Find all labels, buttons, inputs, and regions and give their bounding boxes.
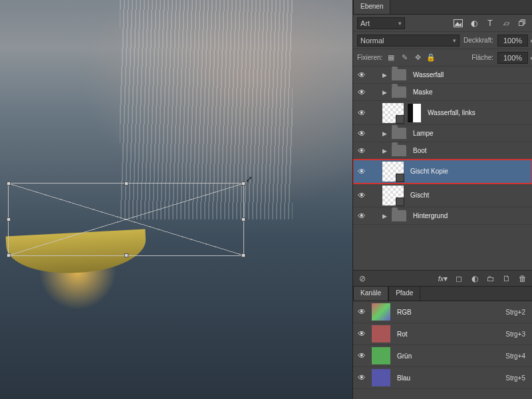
expand-icon[interactable]: ▶ (382, 89, 389, 96)
link-icon[interactable]: ⊘ (356, 273, 369, 284)
folder-icon (392, 69, 406, 80)
new-layer-icon[interactable]: 🗋 (500, 273, 513, 284)
handle-bottom-middle[interactable] (124, 253, 128, 257)
channel-name: Blau (394, 374, 501, 382)
visibility-icon[interactable]: 👁 (356, 373, 368, 382)
visibility-icon[interactable]: 👁 (356, 329, 368, 338)
visibility-icon[interactable]: 👁 (356, 167, 368, 176)
filter-image-icon[interactable] (452, 18, 464, 29)
visibility-icon[interactable]: 👁 (356, 351, 368, 360)
handle-top-left[interactable] (7, 182, 11, 186)
visibility-icon[interactable]: 👁 (356, 129, 368, 138)
layer-name: Lampe (409, 130, 529, 137)
lock-transparency-icon[interactable]: ▦ (386, 53, 396, 62)
fill-value: 100% (503, 54, 522, 62)
layer-gischt[interactable]: 👁 Gischt (353, 184, 532, 207)
channel-thumb (372, 303, 390, 321)
filter-kind-select[interactable]: Art (357, 17, 405, 29)
channel-rgb[interactable]: 👁 RGB Strg+2 (353, 301, 532, 323)
channels-tabs: Kanäle Pfade (353, 287, 532, 301)
tab-kanaele[interactable]: Kanäle (353, 286, 388, 301)
fill-input[interactable]: 100% (497, 52, 528, 64)
channel-shortcut: Strg+3 (505, 331, 529, 338)
filter-shape-icon[interactable]: ▱ (500, 18, 512, 29)
lock-row: Fixieren: ▦ ✎ ✥ 🔒 Fläche: 100% (353, 49, 532, 66)
layer-group-hintergrund[interactable]: 👁 ▶ Hintergrund (353, 207, 532, 225)
canvas[interactable]: ⤢ (0, 0, 352, 399)
channel-thumb (372, 325, 390, 342)
layers-footer: ⊘ fx▾ ◻ ◐ 🗀 🗋 🗑 (353, 270, 532, 286)
tab-pfade[interactable]: Pfade (388, 286, 420, 301)
channel-gruen[interactable]: 👁 Grün Strg+4 (353, 345, 532, 367)
layer-group-wasserfall[interactable]: 👁 ▶ Wasserfall (353, 66, 532, 84)
blend-row: Normal Deckkraft: 100% (353, 32, 532, 49)
filter-adjust-icon[interactable]: ◐ (468, 18, 480, 29)
visibility-icon[interactable]: 👁 (356, 146, 368, 156)
layer-group-maske[interactable]: 👁 ▶ Maske (353, 84, 532, 101)
delete-icon[interactable]: 🗑 (516, 273, 529, 284)
expand-icon[interactable]: ▶ (382, 130, 389, 137)
visibility-icon[interactable]: 👁 (356, 88, 368, 97)
handle-middle-right[interactable] (241, 217, 245, 221)
blend-mode-select[interactable]: Normal (357, 35, 460, 47)
visibility-icon[interactable]: 👁 (356, 70, 368, 80)
layer-filter-row: Art ◐ T ▱ 🗇 (353, 15, 532, 32)
layer-name: Maske (409, 88, 529, 96)
layer-gischt-kopie[interactable]: 👁 Gischt Kopie (353, 160, 532, 184)
layer-name: Wasserfall (409, 71, 529, 78)
folder-icon (392, 86, 406, 98)
blend-mode-value: Normal (360, 37, 384, 45)
expand-icon[interactable]: ▶ (382, 213, 389, 219)
adjustment-icon[interactable]: ◐ (468, 273, 481, 284)
visibility-icon[interactable]: 👁 (356, 211, 368, 221)
lock-icons: ▦ ✎ ✥ 🔒 (386, 53, 436, 62)
channel-shortcut: Strg+5 (505, 374, 529, 382)
filter-smart-icon[interactable]: 🗇 (516, 18, 528, 29)
handle-middle-left[interactable] (7, 217, 11, 221)
opacity-value: 100% (503, 37, 522, 45)
channel-blau[interactable]: 👁 Blau Strg+5 (353, 367, 532, 389)
smartobject-thumb (382, 103, 404, 123)
expand-icon[interactable]: ▶ (382, 148, 389, 154)
layer-mask-thumb (408, 104, 421, 122)
fx-icon[interactable]: fx▾ (436, 273, 450, 284)
mask-icon[interactable]: ◻ (452, 273, 466, 284)
layer-group-boot[interactable]: 👁 ▶ Boot (353, 142, 532, 160)
tab-ebenen[interactable]: Ebenen (353, 0, 390, 14)
channel-rot[interactable]: 👁 Rot Strg+3 (353, 323, 532, 345)
smartobject-thumb (382, 162, 404, 182)
layer-name: Wasserfall, links (424, 109, 529, 116)
layer-name: Gischt Kopie (406, 168, 529, 175)
expand-icon[interactable]: ▶ (382, 72, 389, 78)
lock-label: Fixieren: (357, 54, 382, 61)
smartobject-thumb (382, 186, 404, 205)
lock-all-icon[interactable]: 🔒 (426, 53, 436, 62)
filter-text-icon[interactable]: T (484, 18, 496, 29)
group-icon[interactable]: 🗀 (484, 273, 497, 284)
folder-icon (392, 128, 406, 139)
opacity-input[interactable]: 100% (497, 35, 528, 47)
filter-kind-label: Art (360, 19, 370, 27)
channel-thumb (372, 347, 390, 364)
layers-list: 👁 ▶ Wasserfall 👁 ▶ Maske 👁 Wasserfall, l… (353, 66, 532, 270)
lock-pixels-icon[interactable]: ✎ (400, 53, 409, 62)
handle-bottom-left[interactable] (7, 253, 11, 257)
fill-label: Fläche: (471, 54, 493, 61)
handle-bottom-right[interactable] (241, 253, 245, 257)
visibility-icon[interactable]: 👁 (356, 191, 368, 200)
visibility-icon[interactable]: 👁 (356, 108, 368, 118)
channel-name: Grün (394, 352, 501, 360)
lock-position-icon[interactable]: ✥ (413, 53, 422, 62)
channel-shortcut: Strg+2 (505, 309, 529, 316)
layer-wasserfall-links[interactable]: 👁 Wasserfall, links (353, 101, 532, 125)
visibility-icon[interactable]: 👁 (356, 307, 368, 317)
svg-marker-1 (455, 22, 462, 26)
layer-group-lampe[interactable]: 👁 ▶ Lampe (353, 125, 532, 142)
transform-box[interactable]: ⤢ (8, 183, 244, 256)
folder-icon (392, 145, 406, 156)
layer-name: Boot (409, 147, 529, 154)
folder-icon (392, 210, 406, 221)
handle-top-middle[interactable] (124, 182, 128, 186)
layer-name: Gischt (406, 192, 529, 199)
scale-cursor-icon: ⤢ (245, 174, 253, 184)
